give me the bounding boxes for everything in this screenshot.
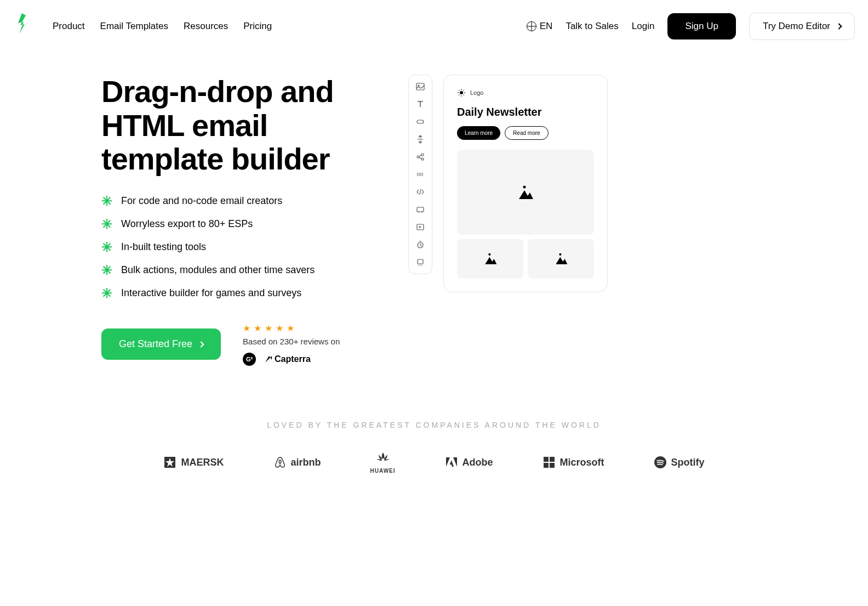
- preview-read-more-button[interactable]: Read more: [505, 126, 548, 140]
- preview-thumb: [457, 239, 523, 279]
- svg-point-13: [460, 91, 463, 94]
- get-started-button[interactable]: Get Started Free: [101, 329, 221, 360]
- svg-point-4: [421, 154, 424, 156]
- sun-icon: [457, 88, 466, 97]
- try-demo-label: Try Demo Editor: [763, 21, 830, 32]
- svg-rect-9: [418, 259, 423, 264]
- adobe-logo: Adobe: [445, 456, 493, 469]
- hero-section: Drag-n-drop and HTML email template buil…: [0, 53, 868, 388]
- svg-rect-2: [417, 120, 424, 123]
- chevron-right-icon: [836, 23, 842, 29]
- feature-text: In-built testing tools: [121, 241, 206, 253]
- feature-text: Interactive builder for games and survey…: [121, 287, 301, 299]
- globe-icon: [527, 21, 536, 31]
- microsoft-logo: Microsoft: [542, 456, 604, 469]
- maersk-icon: [163, 456, 176, 469]
- video-tool-icon[interactable]: [413, 220, 427, 234]
- svg-point-12: [421, 265, 422, 266]
- svg-rect-6: [417, 207, 424, 212]
- capterra-arrow-icon: [265, 355, 272, 363]
- header: Product Email Templates Resources Pricin…: [0, 0, 868, 53]
- login-link[interactable]: Login: [632, 21, 655, 32]
- svg-rect-29: [550, 463, 555, 468]
- svg-rect-28: [544, 463, 549, 468]
- company-name: MAERSK: [181, 457, 224, 468]
- company-name: Adobe: [462, 457, 493, 468]
- reviews-text: Based on 230+ reviews on: [243, 337, 340, 346]
- feature-item: ✳Bulk actions, modules and other time sa…: [101, 263, 364, 278]
- svg-line-19: [464, 95, 465, 96]
- editor-toolbar: [408, 75, 432, 274]
- svg-rect-27: [550, 457, 555, 462]
- svg-point-11: [420, 265, 421, 266]
- star-icon: ★: [265, 323, 272, 333]
- try-demo-button[interactable]: Try Demo Editor: [749, 13, 855, 40]
- preview-image-grid: [457, 239, 594, 279]
- svg-point-3: [417, 156, 419, 158]
- asterisk-icon: ✳: [101, 263, 112, 278]
- signup-button[interactable]: Sign Up: [667, 13, 735, 39]
- svg-line-20: [459, 95, 460, 96]
- header-left: Product Email Templates Resources Pricin…: [13, 11, 272, 42]
- cta-label: Get Started Free: [119, 338, 192, 350]
- companies-section: LOVED BY THE GREATEST COMPANIES AROUND T…: [0, 388, 868, 518]
- lang-label: EN: [540, 21, 553, 32]
- image-tool-icon[interactable]: [413, 80, 427, 94]
- language-selector[interactable]: EN: [527, 21, 553, 32]
- button-tool-icon[interactable]: [413, 115, 427, 129]
- image-placeholder-icon: [483, 252, 498, 266]
- header-right: EN Talk to Sales Login Sign Up Try Demo …: [527, 13, 855, 40]
- asterisk-icon: ✳: [101, 240, 112, 255]
- preview-title: Daily Newsletter: [457, 106, 594, 118]
- carousel-tool-icon[interactable]: [413, 255, 427, 269]
- image-placeholder-icon: [554, 252, 568, 266]
- star-rating: ★ ★ ★ ★ ★: [243, 323, 340, 333]
- preview-thumb: [528, 239, 594, 279]
- capterra-logo: Capterra: [265, 354, 311, 364]
- social-tool-icon[interactable]: [413, 150, 427, 164]
- feature-item: ✳Interactive builder for games and surve…: [101, 286, 364, 301]
- feature-text: Worryless export to 80+ ESPs: [121, 218, 253, 230]
- email-preview-card: Logo Daily Newsletter Learn more Read mo…: [443, 75, 608, 292]
- chevron-right-icon: [198, 341, 204, 347]
- brand-logo[interactable]: [13, 11, 31, 42]
- nav-resources[interactable]: Resources: [184, 21, 228, 32]
- stripo-logo-icon: [14, 11, 30, 42]
- review-logos: G² Capterra: [243, 353, 340, 366]
- spotify-icon: [654, 456, 667, 469]
- star-icon: ★: [276, 323, 283, 333]
- star-icon: ★: [254, 323, 261, 333]
- svg-point-23: [488, 253, 490, 256]
- preview-logo-text: Logo: [470, 89, 483, 96]
- preview-learn-more-button[interactable]: Learn more: [457, 126, 500, 140]
- companies-title: LOVED BY THE GREATEST COMPANIES AROUND T…: [0, 421, 868, 429]
- company-name: Spotify: [671, 457, 705, 468]
- divider-tool-icon[interactable]: [413, 167, 427, 182]
- nav-pricing[interactable]: Pricing: [243, 21, 272, 32]
- nav-product[interactable]: Product: [53, 21, 85, 32]
- reviews-block: ★ ★ ★ ★ ★ Based on 230+ reviews on G² Ca…: [243, 323, 340, 366]
- airbnb-icon: [273, 456, 287, 469]
- svg-line-21: [464, 90, 465, 91]
- nav-email-templates[interactable]: Email Templates: [100, 21, 168, 32]
- amp-tool-icon[interactable]: [413, 202, 427, 217]
- asterisk-icon: ✳: [101, 194, 112, 209]
- main-nav: Product Email Templates Resources Pricin…: [53, 21, 272, 32]
- svg-point-5: [421, 158, 424, 160]
- asterisk-icon: ✳: [101, 286, 112, 301]
- svg-line-18: [459, 90, 460, 91]
- huawei-icon: [373, 451, 393, 467]
- preview-buttons: Learn more Read more: [457, 126, 594, 140]
- huawei-logo: HUAWEI: [370, 451, 396, 474]
- spotify-logo: Spotify: [654, 456, 705, 469]
- svg-point-1: [418, 85, 420, 87]
- g2-logo-icon: G²: [243, 353, 256, 366]
- html-tool-icon[interactable]: [413, 185, 427, 199]
- talk-to-sales-link[interactable]: Talk to Sales: [566, 21, 618, 32]
- image-placeholder-icon: [517, 184, 534, 201]
- text-tool-icon[interactable]: [413, 97, 427, 111]
- adobe-icon: [445, 456, 458, 469]
- spacer-tool-icon[interactable]: [413, 132, 427, 146]
- feature-list: ✳For code and no-code email creators ✳Wo…: [101, 194, 364, 301]
- timer-tool-icon[interactable]: [413, 237, 427, 252]
